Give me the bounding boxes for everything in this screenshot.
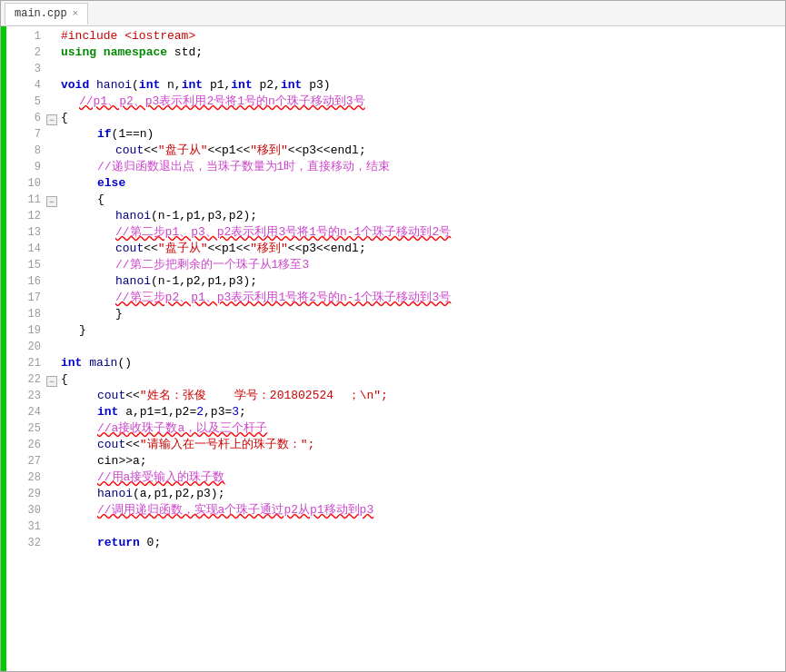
table-row: 24int a,p1=1,p2=2,p3=3; [14, 404, 785, 420]
fold-area [46, 355, 61, 371]
table-row: 11−{ [14, 192, 785, 208]
code-line: //用a接受输入的珠子数 [61, 469, 785, 486]
token: cout [97, 389, 125, 402]
code-line: //第二步p1、p3、p2表示利用3号将1号的n-1个珠子移动到2号 [61, 224, 785, 241]
main-window: main.cpp × 1#include <iostream>2using na… [0, 0, 786, 672]
token: << [125, 389, 140, 402]
token: n, [160, 78, 181, 92]
line-number: 24 [14, 404, 46, 420]
line-number: 28 [14, 469, 46, 486]
token: std; [167, 45, 203, 59]
code-area[interactable]: 1#include <iostream>2using namespace std… [6, 26, 785, 671]
fold-area [46, 94, 61, 110]
token: cin>>a; [97, 454, 147, 468]
code-line: } [61, 306, 785, 322]
token: int [182, 78, 203, 92]
fold-area: − [46, 192, 61, 208]
fold-area [46, 322, 61, 339]
token: cout [115, 143, 144, 157]
fold-area [46, 208, 61, 224]
line-number: 7 [14, 126, 46, 143]
token: cout [115, 242, 144, 255]
code-line: return 0; [61, 535, 785, 551]
code-line: int main() [61, 355, 785, 371]
token: <<p1<< [207, 242, 250, 255]
fold-area [46, 339, 61, 355]
code-line: { [61, 110, 785, 126]
line-number: 3 [14, 61, 46, 77]
code-line: //p1、p2、p3表示利用2号将1号的n个珠子移动到3号 [61, 94, 785, 110]
token: hanoi [96, 78, 132, 92]
line-number: 16 [14, 273, 46, 290]
token: namespace [104, 45, 167, 59]
table-row: 13//第二步p1、p3、p2表示利用3号将1号的n-1个珠子移动到2号 [14, 224, 785, 241]
token: 3 [232, 405, 239, 419]
token: //第二步把剩余的一个珠子从1移至3 [115, 258, 309, 272]
token: << [125, 438, 140, 451]
line-number: 6 [14, 110, 46, 126]
fold-icon[interactable]: − [46, 376, 57, 387]
table-row: 14cout<<"盘子从"<<p1<<"移到"<<p3<<endl; [14, 241, 785, 257]
token: () [117, 356, 132, 370]
line-number: 18 [14, 306, 46, 322]
tab-close-button[interactable]: × [73, 9, 79, 19]
code-line: { [61, 192, 785, 208]
table-row: 20 [14, 339, 785, 355]
token: cout [97, 438, 125, 451]
fold-area: − [46, 110, 61, 126]
line-number: 21 [14, 355, 46, 371]
fold-area: − [46, 371, 61, 388]
code-line: cout<<"请输入在一号杆上的珠子数："; [61, 437, 785, 453]
table-row: 23cout<<"姓名：张俊 学号：201802524 ；\n"; [14, 388, 785, 404]
line-number: 15 [14, 257, 46, 273]
token: } [79, 323, 86, 337]
code-line: if(1==n) [61, 126, 785, 143]
token: "请输入在一号杆上的珠子数："; [140, 438, 314, 451]
fold-area [46, 486, 61, 502]
line-number: 32 [14, 535, 46, 551]
code-line: else [61, 175, 785, 192]
fold-area [46, 175, 61, 192]
fold-icon[interactable]: − [46, 114, 57, 125]
table-row: 7if(1==n) [14, 126, 785, 143]
fold-area [46, 535, 61, 551]
fold-area [46, 77, 61, 94]
code-line [61, 61, 785, 77]
fold-area [46, 44, 61, 61]
token: <<p3<< [288, 242, 331, 255]
table-row: 27cin>>a; [14, 453, 785, 469]
code-line: //a接收珠子数a，以及三个杆子 [61, 420, 785, 437]
code-line: hanoi(n-1,p1,p3,p2); [61, 208, 785, 224]
token: p1, [203, 78, 231, 92]
line-number: 26 [14, 437, 46, 453]
token [96, 45, 104, 59]
line-number: 31 [14, 519, 46, 535]
token: << [144, 242, 158, 255]
table-row: 1#include <iostream> [14, 28, 785, 44]
line-number: 25 [14, 420, 46, 437]
fold-area [46, 273, 61, 290]
token: //递归函数退出点，当珠子数量为1时，直接移动，结束 [97, 160, 390, 173]
token: hanoi [97, 487, 133, 500]
token: //调用递归函数，实现a个珠子通过p2从p1移动到p3 [97, 503, 373, 517]
table-row: 28//用a接受输入的珠子数 [14, 469, 785, 486]
code-line [61, 519, 785, 535]
token: (n-1,p1,p3,p2); [151, 209, 257, 222]
token: hanoi [115, 274, 151, 288]
line-number: 8 [14, 143, 46, 159]
token: //p1、p2、p3表示利用2号将1号的n个珠子移动到3号 [79, 94, 365, 108]
token: //第三步p2、p1、p3表示利用1号将2号的n-1个珠子移动到3号 [115, 291, 451, 304]
line-number: 11 [14, 192, 46, 208]
token: int [97, 405, 118, 419]
table-row: 26cout<<"请输入在一号杆上的珠子数："; [14, 437, 785, 453]
line-number: 10 [14, 175, 46, 192]
file-tab[interactable]: main.cpp × [5, 3, 88, 25]
code-line: hanoi(a,p1,p2,p3); [61, 486, 785, 502]
line-number: 12 [14, 208, 46, 224]
fold-icon[interactable]: − [46, 196, 57, 207]
token: (n-1,p2,p1,p3); [151, 274, 257, 288]
token: "盘子从" [158, 143, 208, 157]
token: "姓名：张俊 学号：201802524 ；\n"; [140, 389, 388, 402]
token: } [115, 307, 123, 321]
token: "移到" [250, 242, 288, 255]
